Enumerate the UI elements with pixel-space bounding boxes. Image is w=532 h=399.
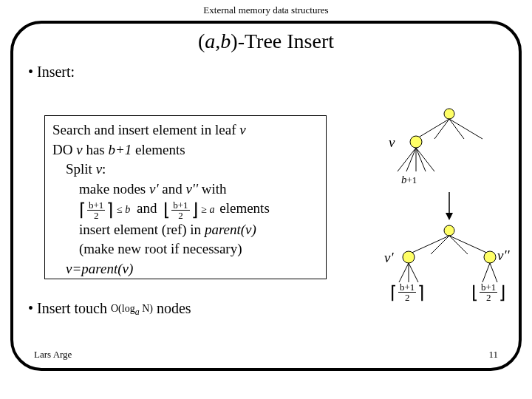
algo-line-5: ⌈b+12⌉ ≤ b and ⌊b+12⌋ ≥ a elements xyxy=(79,199,318,219)
svg-point-18 xyxy=(403,251,415,263)
algo-line-2: DO v has b+1 elements xyxy=(52,140,318,160)
bp1-b: b xyxy=(401,174,407,185)
svg-line-23 xyxy=(482,263,490,282)
svg-line-6 xyxy=(398,148,416,171)
svg-point-5 xyxy=(410,136,422,148)
algo-l6-text: insert element (ref) in xyxy=(79,222,205,237)
svg-line-15 xyxy=(431,236,449,254)
svg-point-0 xyxy=(444,109,454,119)
label-vpp: v'' xyxy=(497,248,510,264)
svg-line-3 xyxy=(449,119,464,139)
svg-point-22 xyxy=(484,251,496,263)
algo-l2-bp1: b+1 xyxy=(108,142,132,157)
svg-line-2 xyxy=(434,119,449,139)
svg-line-19 xyxy=(399,263,409,282)
leq-b-b: b xyxy=(125,204,130,215)
algo-line-6: insert element (ref) in parent(v) xyxy=(79,220,318,240)
algo-line-3: Split v: xyxy=(66,160,318,180)
algo-l2-has: has xyxy=(83,142,109,157)
diagram-svg xyxy=(353,105,508,297)
bullet-touch: Insert touch O(loga N) nodes xyxy=(28,300,191,317)
svg-line-1 xyxy=(416,119,449,139)
slide-header: External memory data structures xyxy=(0,0,532,16)
svg-line-7 xyxy=(406,148,416,171)
algo-l3-colon: : xyxy=(102,161,106,177)
label-v: v xyxy=(389,134,395,151)
svg-line-14 xyxy=(409,236,449,254)
touch-olog: O(log xyxy=(111,303,135,314)
algo-l4-v2: v'' xyxy=(185,181,198,197)
floor-r-1: ⌋ xyxy=(191,201,198,219)
title-a: a xyxy=(205,30,215,52)
leq-b: ≤ b xyxy=(117,204,130,215)
svg-line-4 xyxy=(449,119,482,139)
label-frac1: ⌈b+12⌉ xyxy=(390,282,424,302)
title-b: b xyxy=(220,30,231,52)
touch-n: N) xyxy=(140,303,153,314)
algo-line-7: (make new root if necessary) xyxy=(79,239,318,259)
frac1-bot: 2 xyxy=(87,211,105,220)
geq-a: ≥ a xyxy=(201,204,214,215)
frac2-bot: 2 xyxy=(171,211,189,220)
dfrac2-bot: 2 xyxy=(480,293,497,302)
slide-frame: (a,b)-Tree Insert Insert: Search and ins… xyxy=(10,21,522,371)
diagram: v b+1 v' v'' ⌈b+12⌉ ⌊b+12⌋ xyxy=(353,105,508,297)
touch-pre: Insert touch xyxy=(37,300,111,316)
svg-marker-12 xyxy=(446,213,453,220)
algo-l2-el: elements xyxy=(132,142,185,157)
algo-l1-v: v xyxy=(239,122,245,137)
algo-l4-with: with xyxy=(198,181,227,197)
floor-l-1: ⌊ xyxy=(163,201,170,219)
algo-l6-parent: parent(v) xyxy=(205,222,256,237)
geq-a-a: a xyxy=(210,204,215,215)
bp1-p1: +1 xyxy=(407,174,417,185)
frac-1: b+12 xyxy=(87,200,105,220)
frac-2: b+12 xyxy=(171,200,189,220)
frac2-top: b+1 xyxy=(171,200,189,211)
algo-line-8: v=parent(v) xyxy=(66,259,318,279)
algo-l2-do: DO xyxy=(52,142,76,157)
dfrac2-top: b+1 xyxy=(480,282,497,293)
algo-l3-split: Split xyxy=(66,161,96,177)
algo-l5-el: elements xyxy=(219,200,270,216)
label-bp1: b+1 xyxy=(401,174,417,186)
footer-author: Lars Arge xyxy=(34,349,72,361)
algo-line-1: Search and insert element in leaf v xyxy=(52,120,318,140)
svg-line-16 xyxy=(449,236,468,254)
touch-nodes: nodes xyxy=(153,300,191,316)
slide-title: (a,b)-Tree Insert xyxy=(13,30,519,53)
algo-l1-text: Search and insert element in leaf xyxy=(52,122,239,137)
algo-l3-v: v xyxy=(96,161,102,177)
ceil-l-1: ⌈ xyxy=(79,201,86,219)
footer-page: 11 xyxy=(488,349,498,361)
algo-l4-and: and xyxy=(158,181,185,197)
label-frac2: ⌊b+12⌋ xyxy=(471,282,505,302)
svg-line-9 xyxy=(416,148,426,171)
touch-o: O(loga N) xyxy=(111,303,153,314)
algo-l2-v: v xyxy=(76,142,82,157)
algorithm-box: Search and insert element in leaf v DO v… xyxy=(44,115,327,279)
algo-l5-and: and xyxy=(137,200,157,216)
dfrac1-top: b+1 xyxy=(398,282,416,293)
svg-line-17 xyxy=(449,236,490,254)
svg-point-13 xyxy=(444,225,454,236)
svg-line-24 xyxy=(490,263,497,282)
bullet-insert: Insert: xyxy=(28,64,519,81)
algo-line-4: make nodes v' and v'' with xyxy=(79,180,318,200)
dfrac1-bot: 2 xyxy=(398,293,416,302)
title-rest: )-Tree Insert xyxy=(231,30,334,52)
label-vprime: v' xyxy=(384,250,394,266)
svg-line-21 xyxy=(409,263,418,282)
ceil-r-1: ⌉ xyxy=(106,201,113,219)
algo-l4-v1: v' xyxy=(149,181,159,197)
frac1-top: b+1 xyxy=(87,200,105,211)
svg-line-10 xyxy=(416,148,434,171)
algo-l4-make: make nodes xyxy=(79,181,149,197)
title-paren-l: ( xyxy=(198,30,205,52)
